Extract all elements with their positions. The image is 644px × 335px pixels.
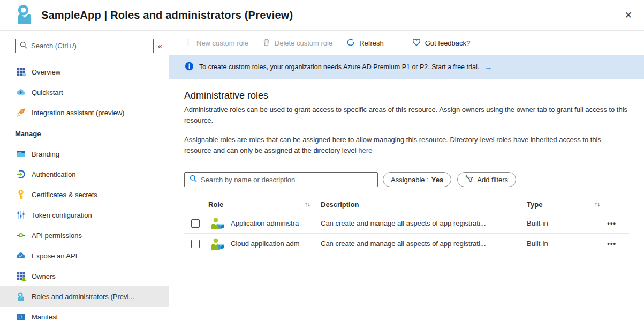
sidebar-item-branding[interactable]: www Branding — [0, 144, 169, 164]
roles-table: Role ↑↓ Description Type ↑↓ — [184, 196, 629, 254]
sidebar-item-certificates-secrets[interactable]: Certificates & secrets — [0, 184, 169, 205]
role-name: Application administra — [231, 219, 321, 227]
rocket-icon — [16, 108, 26, 117]
refresh-label: Refresh — [359, 39, 384, 47]
sliders-icon — [16, 210, 26, 220]
sidebar-searchbox — [15, 39, 154, 53]
section-heading: Administrative roles — [184, 90, 629, 101]
sidebar-item-quickstart[interactable]: Quickstart — [0, 82, 169, 102]
sidebar-item-api-permissions[interactable]: API permissions — [0, 225, 169, 245]
directory-level-here-link[interactable]: here — [358, 146, 372, 154]
column-header-description[interactable]: Description — [321, 200, 527, 209]
azure-app-roles-page: SampleApp | Roles and administrators (Pr… — [0, 0, 644, 335]
search-icon — [190, 175, 197, 184]
assignable-filter-label: Assignable : — [391, 176, 429, 184]
main-panel: New custom role Delete custom role — [169, 31, 644, 335]
sort-icon[interactable]: ↑↓ — [305, 200, 310, 208]
sidebar-item-label: API permissions — [32, 232, 82, 240]
sidebar-item-label: Overview — [32, 68, 60, 76]
roles-search-input[interactable] — [201, 176, 373, 184]
sidebar-item-label: Authentication — [32, 170, 75, 178]
authentication-icon — [16, 169, 26, 179]
quickstart-icon — [16, 87, 26, 97]
refresh-icon — [346, 38, 355, 48]
column-header-type[interactable]: Type — [527, 200, 586, 209]
column-header-role[interactable]: Role — [208, 200, 223, 209]
sidebar-item-overview[interactable]: Overview — [0, 62, 169, 82]
more-menu-icon[interactable]: ••• — [587, 240, 629, 248]
roles-searchbox — [184, 172, 378, 187]
new-custom-role-button[interactable]: New custom role — [184, 38, 248, 48]
more-menu-icon[interactable]: ••• — [587, 219, 629, 227]
sort-icon[interactable]: ↑↓ — [594, 200, 600, 208]
filter-row: Assignable : Yes Add filters — [184, 172, 629, 187]
api-permissions-icon — [16, 230, 26, 240]
page-title: SampleApp | Roles and administrators (Pr… — [41, 9, 293, 21]
role-user-icon — [206, 238, 231, 250]
roles-person-icon — [16, 292, 26, 301]
table-header-row: Role ↑↓ Description Type ↑↓ — [184, 196, 629, 213]
got-feedback-button[interactable]: Got feedback? — [412, 38, 471, 48]
sidebar-item-label: Integration assistant (preview) — [32, 109, 124, 117]
refresh-button[interactable]: Refresh — [346, 38, 384, 48]
description-paragraph-2: Assignable roles are roles that can be a… — [184, 135, 629, 156]
sidebar-item-expose-an-api[interactable]: Expose an API — [0, 245, 169, 266]
page-header: SampleApp | Roles and administrators (Pr… — [0, 0, 644, 31]
info-icon — [185, 62, 194, 72]
trash-icon — [262, 38, 270, 48]
command-bar: New custom role Delete custom role — [169, 31, 644, 55]
sidebar-item-roles-and-administrators[interactable]: Roles and administrators (Previ... — [0, 286, 169, 307]
sidebar-item-label: Certificates & secrets — [32, 191, 97, 199]
info-banner: To create custom roles, your organizatio… — [169, 55, 644, 79]
heart-icon — [412, 38, 421, 48]
collapse-sidebar-icon[interactable]: « — [154, 41, 166, 50]
sidebar-search-input[interactable] — [31, 42, 149, 50]
role-user-icon — [206, 218, 231, 229]
sidebar-item-token-configuration[interactable]: Token configuration — [0, 205, 169, 225]
sidebar-item-authentication[interactable]: Authentication — [0, 164, 169, 184]
role-description: Can create and manage all aspects of app… — [321, 240, 527, 248]
delete-custom-role-button[interactable]: Delete custom role — [262, 38, 332, 48]
sidebar-item-label: Manifest — [32, 313, 58, 321]
sidebar-item-label: Roles and administrators (Previ... — [32, 293, 134, 301]
sidebar-item-label: Quickstart — [32, 88, 63, 96]
toolbar-divider — [398, 38, 398, 48]
add-filters-pill[interactable]: Add filters — [457, 172, 516, 187]
expose-api-icon — [16, 251, 26, 260]
banner-text: To create custom roles, your organizatio… — [199, 63, 479, 71]
close-icon[interactable]: ✕ — [625, 11, 632, 20]
role-type: Built-in — [527, 240, 587, 248]
table-row[interactable]: Cloud application adm Can create and man… — [184, 234, 629, 254]
sidebar-item-label: Owners — [32, 272, 56, 280]
row-checkbox[interactable] — [191, 219, 200, 228]
delete-custom-role-label: Delete custom role — [275, 39, 332, 47]
sidebar-divider — [15, 142, 154, 142]
key-icon — [16, 190, 26, 199]
role-type: Built-in — [527, 219, 587, 227]
sidebar-item-integration-assistant[interactable]: Integration assistant (preview) — [0, 102, 169, 123]
new-custom-role-label: New custom role — [196, 39, 248, 47]
sidebar-item-label: Branding — [32, 150, 59, 158]
add-filter-icon — [465, 175, 474, 184]
row-checkbox[interactable] — [191, 240, 200, 248]
description-paragraph-2-text: Assignable roles are roles that can be a… — [184, 136, 601, 154]
sidebar: « Overv — [0, 31, 169, 335]
search-icon — [20, 41, 27, 51]
sidebar-item-owners[interactable]: Owners — [0, 266, 169, 286]
sidebar-item-label: Token configuration — [32, 211, 92, 219]
add-filters-label: Add filters — [477, 176, 508, 184]
table-row[interactable]: Application administra Can create and ma… — [184, 213, 629, 234]
role-name: Cloud application adm — [231, 240, 321, 248]
owners-icon — [16, 271, 26, 281]
sidebar-item-manifest[interactable]: () Manifest — [0, 307, 169, 327]
description-paragraph-1: Administrative roles can be used to gran… — [184, 105, 629, 126]
svg-text:www: www — [18, 151, 22, 153]
assignable-filter-pill[interactable]: Assignable : Yes — [383, 172, 451, 187]
banner-arrow-icon[interactable]: → — [484, 63, 492, 71]
sidebar-item-label: Expose an API — [32, 252, 77, 260]
app-registration-icon — [16, 4, 34, 26]
content-area: Administrative roles Administrative role… — [169, 79, 644, 254]
assignable-filter-value: Yes — [431, 176, 443, 184]
manifest-icon: () — [16, 312, 26, 322]
got-feedback-label: Got feedback? — [425, 39, 471, 47]
